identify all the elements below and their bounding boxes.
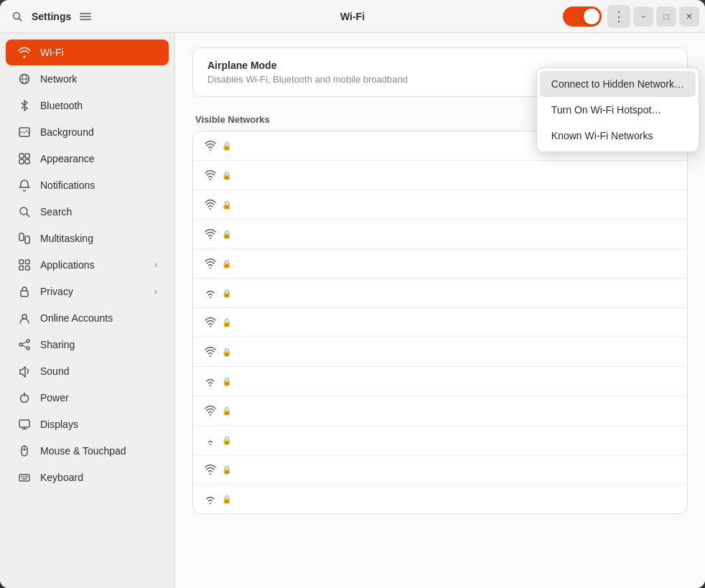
network-lock-icon: 🔒 [222, 495, 232, 504]
network-wifi-icon [205, 406, 216, 416]
sidebar-item-bluetooth[interactable]: Bluetooth [6, 93, 169, 118]
svg-rect-30 [19, 420, 29, 427]
network-item[interactable]: 🔒 [193, 367, 687, 396]
svg-rect-10 [25, 154, 29, 158]
svg-rect-21 [21, 291, 28, 297]
privacy-chevron: › [154, 286, 157, 297]
network-wifi-icon [205, 347, 216, 357]
network-item[interactable]: 🔒 [193, 220, 687, 249]
sidebar-item-wifi[interactable]: Wi-Fi [6, 39, 169, 65]
background-icon [17, 125, 32, 139]
online-accounts-icon [17, 311, 32, 325]
svg-point-43 [210, 179, 211, 180]
sidebar-item-background-label: Background [40, 126, 157, 138]
wifi-toggle[interactable] [563, 6, 602, 27]
svg-rect-17 [19, 260, 24, 264]
svg-point-50 [210, 385, 211, 386]
svg-point-24 [19, 343, 22, 346]
sidebar-item-power[interactable]: Power [6, 385, 169, 411]
network-item[interactable]: 🔒 [193, 426, 687, 455]
sidebar-item-keyboard-label: Keyboard [40, 472, 157, 483]
network-item[interactable]: 🔒 [193, 485, 687, 513]
sidebar-item-privacy-label: Privacy [40, 286, 146, 297]
svg-rect-15 [19, 233, 24, 241]
sidebar-item-appearance[interactable]: Appearance [6, 146, 169, 172]
menu-button[interactable] [74, 5, 97, 28]
sidebar-item-privacy[interactable]: Privacy › [6, 279, 169, 304]
sound-icon [17, 364, 32, 378]
svg-rect-9 [19, 154, 24, 158]
sidebar-item-network[interactable]: Network [6, 66, 169, 92]
network-lock-icon: 🔒 [222, 141, 232, 151]
network-wifi-icon [205, 317, 216, 327]
privacy-icon [17, 284, 32, 299]
network-wifi-icon [205, 494, 216, 504]
sidebar-item-sharing[interactable]: Sharing [6, 332, 169, 358]
network-wifi-icon [205, 288, 216, 298]
network-item[interactable]: 🔒 [193, 161, 687, 190]
close-button[interactable]: ✕ [679, 6, 699, 27]
svg-line-14 [27, 214, 29, 217]
more-icon: ⋮ [612, 9, 625, 24]
sidebar-item-multitasking-label: Multitasking [40, 233, 157, 244]
minimize-button[interactable]: − [633, 6, 653, 27]
more-button[interactable]: ⋮ [607, 5, 630, 28]
dropdown-item-known[interactable]: Known Wi-Fi Networks [540, 123, 696, 149]
sidebar-item-multitasking[interactable]: Multitasking [6, 225, 169, 251]
svg-point-47 [210, 297, 211, 298]
sidebar-item-mouse-touchpad[interactable]: Mouse & Touchpad [6, 438, 169, 464]
maximize-button[interactable]: □ [656, 6, 676, 27]
sidebar-item-displays[interactable]: Displays [6, 411, 169, 437]
sidebar-item-online-accounts[interactable]: Online Accounts [6, 305, 169, 331]
sidebar-item-sound[interactable]: Sound [6, 358, 169, 384]
network-wifi-icon [205, 435, 216, 445]
svg-point-52 [210, 444, 211, 445]
network-item[interactable]: 🔒 [193, 337, 687, 367]
svg-point-54 [210, 503, 211, 504]
sidebar-item-search[interactable]: Search [6, 199, 169, 225]
sidebar-item-online-accounts-label: Online Accounts [40, 312, 157, 324]
sidebar-item-applications-label: Applications [40, 259, 146, 271]
network-item[interactable]: 🔒 [193, 249, 687, 279]
svg-point-53 [210, 473, 211, 475]
network-item[interactable]: 🔒 [193, 279, 687, 308]
titlebar-right: ⋮ − □ ✕ [563, 5, 699, 28]
network-lock-icon: 🔒 [222, 259, 232, 269]
sidebar-item-applications[interactable]: Applications › [6, 252, 169, 278]
svg-rect-12 [25, 159, 29, 164]
network-item[interactable]: 🔒 [193, 396, 687, 426]
dropdown-item-hotspot[interactable]: Turn On Wi-Fi Hotspot… [540, 97, 696, 123]
power-icon [17, 391, 32, 405]
body: Wi-Fi Network Bluetoot [0, 33, 705, 588]
sidebar-item-keyboard[interactable]: Keyboard [6, 465, 169, 490]
search-button[interactable] [6, 5, 29, 28]
svg-point-46 [210, 267, 211, 269]
svg-point-42 [210, 149, 211, 151]
sidebar: Wi-Fi Network Bluetoot [0, 33, 175, 588]
svg-point-22 [22, 314, 27, 319]
network-wifi-icon [205, 376, 216, 386]
sidebar-item-power-label: Power [40, 392, 157, 403]
main-content: Airplane Mode Disables Wi-Fi, Bluetooth … [175, 33, 705, 588]
network-wifi-icon [205, 229, 216, 239]
displays-icon [17, 417, 32, 431]
networks-list: 🔒 🔒 [192, 131, 688, 514]
network-item[interactable]: 🔒 [193, 308, 687, 337]
sidebar-item-wifi-label: Wi-Fi [40, 47, 157, 58]
network-item[interactable]: 🔒 [193, 455, 687, 485]
network-item[interactable]: 🔒 [193, 190, 687, 220]
sidebar-item-notifications-label: Notifications [40, 179, 157, 191]
dropdown-item-connect-hidden[interactable]: Connect to Hidden Network… [540, 71, 696, 97]
sidebar-item-background[interactable]: Background [6, 119, 169, 145]
network-icon [17, 72, 32, 86]
network-lock-icon: 🔒 [222, 318, 232, 327]
sidebar-item-displays-label: Displays [40, 419, 157, 430]
sidebar-item-notifications[interactable]: Notifications [6, 172, 169, 198]
settings-window: Settings Wi-Fi ⋮ − □ [0, 0, 705, 588]
svg-rect-4 [80, 19, 91, 20]
multitasking-icon [17, 231, 32, 246]
sidebar-item-sound-label: Sound [40, 365, 157, 377]
minimize-icon: − [640, 11, 645, 22]
network-wifi-icon [205, 465, 216, 475]
toggle-knob [584, 9, 599, 24]
